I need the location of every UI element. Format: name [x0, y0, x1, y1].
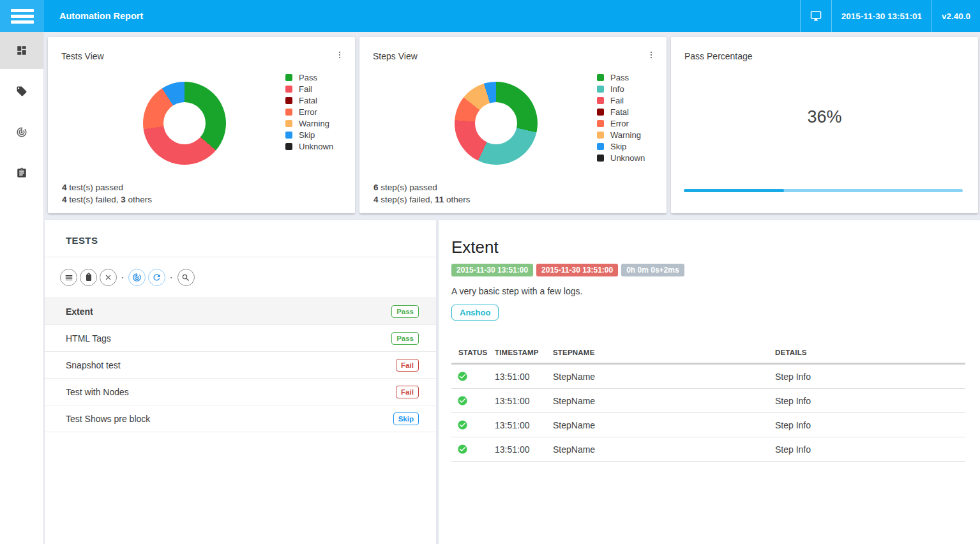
card-menu-button[interactable] — [646, 49, 656, 61]
dashboard-view-button[interactable] — [800, 0, 831, 32]
test-name: HTML Tags — [66, 333, 391, 344]
tests-chart-legend: PassFailFatalErrorWarningSkipUnknown — [285, 72, 333, 152]
pass-percentage-card: Pass Percentage 36% — [671, 37, 978, 213]
test-status-badge: Skip — [393, 412, 419, 425]
track-changes-icon — [132, 273, 142, 282]
legend-item-warning[interactable]: Warning — [597, 129, 645, 140]
step-name-cell: StepName — [553, 389, 775, 413]
legend-item-pass[interactable]: Pass — [597, 72, 645, 83]
lower-row: TESTS · · — [45, 220, 980, 544]
passed-count: 4 — [62, 183, 67, 192]
passed-count: 6 — [373, 183, 379, 192]
clipboard-icon — [16, 167, 27, 179]
step-timestamp-cell: 13:51:00 — [495, 364, 553, 389]
pass-status-icon — [457, 395, 468, 406]
step-status-cell — [451, 364, 495, 389]
search-button[interactable] — [177, 269, 195, 286]
refresh-icon — [152, 273, 162, 282]
legend-label: Fail — [610, 96, 624, 105]
steps-view-card: Steps View PassInfoFailFatalErrorWarning… — [359, 37, 667, 213]
legend-swatch — [597, 74, 604, 81]
legend-label: Error — [610, 119, 629, 128]
legend-swatch — [597, 143, 604, 150]
legend-swatch — [597, 120, 604, 127]
separator-dot: · — [121, 273, 124, 282]
category-badge[interactable]: Anshoo — [451, 305, 499, 321]
sidebar-item-exceptions[interactable] — [0, 114, 43, 151]
pass-progress-fill — [684, 189, 784, 192]
legend-item-skip[interactable]: Skip — [285, 129, 333, 140]
topbar-right: 2015-11-30 13:51:01 v2.40.0 — [800, 0, 980, 32]
step-details-cell: Step Info — [775, 413, 965, 437]
summary-cards-row: Tests View PassFailFatalErrorWarningSkip… — [45, 37, 980, 213]
legend-item-error[interactable]: Error — [285, 106, 333, 117]
test-name: Test with Nodes — [66, 387, 396, 397]
failed-suffix: test(s) failed, — [67, 195, 121, 204]
legend-item-unknown[interactable]: Unknown — [597, 152, 645, 163]
legend-item-error[interactable]: Error — [597, 117, 645, 129]
duration-badge: 0h 0m 0s+2ms — [621, 264, 684, 276]
legend-swatch — [285, 86, 292, 93]
legend-item-unknown[interactable]: Unknown — [285, 140, 333, 152]
test-row[interactable]: Snapshot testFail — [45, 352, 436, 379]
status-filter-icon — [64, 273, 73, 282]
dashboard-toggle-button[interactable] — [128, 269, 146, 286]
legend-item-fatal[interactable]: Fatal — [597, 106, 645, 117]
legend-item-fatal[interactable]: Fatal — [285, 94, 333, 106]
legend-item-info[interactable]: Info — [597, 83, 645, 94]
legend-item-warning[interactable]: Warning — [285, 117, 333, 129]
legend-label: Fatal — [299, 96, 317, 105]
topbar: Automation Report 2015-11-30 13:51:01 v2… — [0, 0, 980, 32]
test-detail-title: Extent — [451, 238, 965, 257]
legend-label: Unknown — [610, 153, 645, 163]
passed-suffix: step(s) passed — [379, 183, 437, 192]
legend-label: Fatal — [610, 107, 629, 117]
steps-chart-legend: PassInfoFailFatalErrorWarningSkipUnknown — [597, 72, 645, 163]
test-row[interactable]: Test with NodesFail — [45, 379, 436, 405]
test-row[interactable]: ExtentPass — [45, 298, 436, 325]
test-row[interactable]: Test Shows pre blockSkip — [45, 405, 436, 432]
test-row[interactable]: HTML TagsPass — [45, 325, 436, 352]
steps-table-body: 13:51:00StepNameStep Info13:51:00StepNam… — [451, 364, 965, 462]
tag-icon — [16, 86, 27, 97]
hamburger-icon — [11, 9, 34, 24]
legend-label: Fail — [299, 84, 312, 94]
tests-donut-chart — [143, 82, 226, 165]
legend-item-fail[interactable]: Fail — [285, 83, 333, 94]
clear-filters-button[interactable] — [100, 269, 117, 286]
steps-table-header-row: STATUS TIMESTAMP STEPNAME DETAILS — [451, 349, 965, 364]
legend-swatch — [597, 86, 604, 93]
hamburger-button[interactable] — [0, 0, 44, 32]
step-timestamp-cell: 13:51:00 — [495, 437, 553, 462]
legend-swatch — [597, 155, 604, 162]
step-log-row: 13:51:00StepNameStep Info — [451, 413, 965, 437]
report-timestamp: 2015-11-30 13:51:01 — [831, 0, 931, 32]
donut-hole — [163, 102, 206, 144]
end-time-badge: 2015-11-30 13:51:00 — [536, 264, 618, 276]
refresh-button[interactable] — [148, 269, 165, 286]
step-status-cell — [451, 413, 495, 437]
step-log-row: 13:51:00StepNameStep Info — [451, 437, 965, 462]
sidebar-item-categories[interactable] — [0, 73, 43, 110]
step-details-cell: Step Info — [775, 389, 965, 413]
legend-item-pass[interactable]: Pass — [285, 72, 333, 83]
legend-swatch — [285, 97, 292, 104]
legend-label: Skip — [299, 130, 315, 140]
legend-swatch — [597, 97, 604, 104]
card-menu-button[interactable] — [335, 49, 345, 61]
legend-item-skip[interactable]: Skip — [597, 140, 645, 152]
legend-swatch — [285, 143, 292, 150]
legend-item-fail[interactable]: Fail — [597, 94, 645, 106]
sidebar-item-logs[interactable] — [0, 155, 43, 192]
steps-stats: 6 step(s) passed 4 step(s) failed, 11 ot… — [373, 181, 471, 206]
legend-swatch — [285, 74, 292, 81]
category-filter-button[interactable] — [80, 269, 97, 286]
main-content: Tests View PassFailFatalErrorWarningSkip… — [45, 0, 980, 544]
sidebar-item-dashboard[interactable] — [0, 32, 43, 69]
others-count: 11 — [435, 195, 444, 204]
tag-icon — [82, 271, 95, 284]
step-details-cell: Step Info — [775, 364, 965, 389]
status-filter-button[interactable] — [60, 269, 77, 286]
test-name: Test Shows pre block — [66, 414, 393, 424]
legend-label: Warning — [299, 119, 329, 128]
